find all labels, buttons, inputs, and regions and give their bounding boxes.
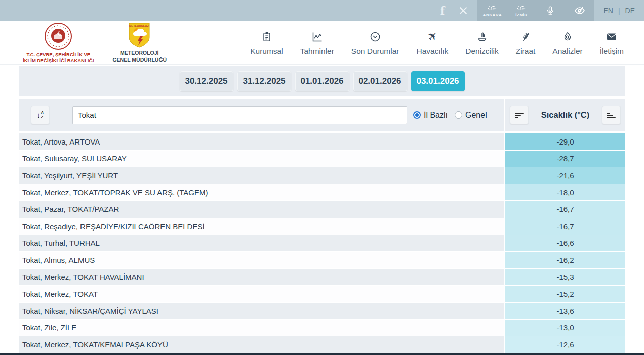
ministry-emblem-icon [44, 22, 72, 50]
mgm-shield-icon: METEOROLOJİ [128, 22, 151, 48]
table-row[interactable]: Tokat, Zile, ZİLE -13,0 [19, 320, 625, 336]
sailboat-icon [476, 30, 488, 43]
station-cell: Tokat, Almus, ALMUS [19, 252, 504, 268]
radio-selected-icon [413, 111, 421, 119]
izmir-weather-button[interactable]: İZMİR [507, 0, 536, 21]
sun-wind-icon [516, 4, 527, 12]
nav-item-kurumsal[interactable]: Kurumsal [250, 30, 283, 56]
nav-item-analizler[interactable]: Analizler [552, 30, 582, 56]
temperature-cell: -21,6 [505, 167, 625, 184]
station-cell: Tokat, Merkez, TOKAT/KEMALPAŞA KÖYÜ [19, 336, 504, 353]
logos: T.C. ÇEVRE, ŞEHİRCİLİK VE İKLİM DEĞİŞİKL… [0, 22, 167, 64]
sort-descending-icon [515, 113, 524, 118]
ministry-logo[interactable]: T.C. ÇEVRE, ŞEHİRCİLİK VE İKLİM DEĞİŞİKL… [23, 22, 94, 64]
mgm-name: METEOROLOJİ GENEL MÜDÜRLÜĞÜ [112, 50, 167, 63]
station-cell: Tokat, Pazar, TOKAT/PAZAR [19, 201, 504, 218]
station-cell: Tokat, Turhal, TURHAL [19, 235, 504, 252]
table-row[interactable]: Tokat, Turhal, TURHAL -16,6 [19, 235, 625, 252]
temperature-cell: -13,0 [505, 320, 625, 336]
lang-separator: | [618, 7, 620, 15]
table-row[interactable]: Tokat, Niksar, NİKSAR/ÇAMİÇİ YAYLASI -13… [19, 303, 625, 319]
table-row[interactable]: Tokat, Merkez, TOKAT/TOPRAK VE SU ARŞ. (… [19, 184, 625, 201]
sort-ascending-button[interactable] [602, 106, 621, 124]
nav-item-havacilik[interactable]: ✈ Havacılık [416, 30, 448, 56]
envelope-icon [606, 30, 618, 43]
plane-icon: ✈ [428, 30, 437, 43]
table-row[interactable]: Tokat, Yeşilyurt, YEŞİLYURT -21,6 [19, 167, 625, 184]
column-title: Sıcaklık (°C) [541, 110, 590, 120]
nav-item-iletisim[interactable]: İletişim [600, 30, 624, 56]
date-tab[interactable]: 02.01.2026 [353, 71, 407, 91]
nav-label: İletişim [600, 47, 624, 56]
temperature-cell: -18,0 [505, 184, 625, 201]
mgm-logo[interactable]: METEOROLOJİ METEOROLOJİ GENEL MÜDÜRLÜĞÜ [112, 22, 167, 63]
temperature-cell: -13,6 [505, 303, 625, 319]
station-search-input[interactable] [72, 106, 407, 124]
date-tab[interactable]: 31.12.2025 [237, 71, 291, 91]
table-row[interactable]: Tokat, Merkez, TOKAT -15,2 [19, 286, 625, 302]
nav-label: Kurumsal [250, 47, 283, 56]
station-cell: Tokat, Sulusaray, SULUSARAY [19, 151, 504, 167]
wheat-icon [520, 30, 531, 43]
radio-label: İl Bazlı [424, 111, 448, 120]
circle-chevron-icon [369, 30, 381, 43]
nav-label: Tahminler [300, 47, 334, 56]
nav-item-tahminler[interactable]: Tahminler [300, 30, 334, 56]
sort-alpha-icon: ↓AZ [37, 111, 44, 119]
table-row[interactable]: Tokat, Artova, ARTOVA -29,0 [19, 133, 625, 150]
date-tab-active[interactable]: 03.01.2026 [411, 71, 465, 91]
table-row[interactable]: Tokat, Merkez, TOKAT HAVALİMANI -15,3 [19, 269, 625, 286]
table-row[interactable]: Tokat, Reşadiye, REŞADİYE/KIZILCAÖREN BE… [19, 218, 625, 235]
clipboard-icon [261, 30, 272, 43]
temperature-column-header: Sıcaklık (°C) [505, 99, 625, 131]
topbar: f ANKARA İZMİR [0, 0, 644, 21]
sort-ascending-icon [607, 113, 616, 118]
temperature-cell: -16,7 [505, 218, 625, 235]
header: T.C. ÇEVRE, ŞEHİRCİLİK VE İKLİM DEĞİŞİKL… [0, 21, 644, 65]
radio-unselected-icon [455, 111, 462, 119]
nav-item-son-durumlar[interactable]: Son Durumlar [351, 30, 399, 56]
station-cell: Tokat, Reşadiye, REŞADİYE/KIZILCAÖREN BE… [19, 218, 504, 235]
social-links: f [428, 0, 477, 21]
nav-label: Son Durumlar [351, 47, 399, 56]
sort-descending-button[interactable] [510, 106, 529, 124]
station-cell: Tokat, Yeşilyurt, YEŞİLYURT [19, 167, 504, 184]
accessibility-eye-icon[interactable] [565, 0, 594, 21]
temperature-cell: -16,7 [505, 201, 625, 218]
lang-en[interactable]: EN [603, 7, 613, 15]
nav-label: Ziraat [516, 47, 536, 56]
chart-icon [311, 30, 323, 43]
filter-radios: İl Bazlı Genel [413, 111, 487, 120]
droplet-magnifier-icon [562, 30, 573, 43]
ankara-weather-button[interactable]: ANKARA [477, 0, 507, 21]
nav-label: Analizler [552, 47, 582, 56]
nav-label: Denizcilik [465, 47, 498, 56]
station-cell: Tokat, Merkez, TOKAT [19, 286, 504, 302]
radio-il-bazli[interactable]: İl Bazlı [413, 111, 448, 120]
language-switcher: EN | DE [594, 0, 644, 21]
lang-de[interactable]: DE [625, 7, 635, 15]
station-cell: Tokat, Zile, ZİLE [19, 320, 504, 336]
station-table: Tokat, Artova, ARTOVA -29,0 Tokat, Sulus… [19, 133, 625, 353]
facebook-icon[interactable]: f [435, 4, 449, 18]
station-cell: Tokat, Merkez, TOKAT/TOPRAK VE SU ARŞ. (… [19, 184, 504, 201]
table-row[interactable]: Tokat, Pazar, TOKAT/PAZAR -16,7 [19, 201, 625, 218]
station-cell: Tokat, Niksar, NİKSAR/ÇAMİÇİ YAYLASI [19, 303, 504, 319]
sort-alpha-button[interactable]: ↓AZ [31, 106, 50, 124]
main-nav: Kurumsal Tahminler Son Durumlar ✈ Havacı… [250, 30, 644, 56]
table-row[interactable]: Tokat, Almus, ALMUS -16,2 [19, 252, 625, 268]
nav-item-ziraat[interactable]: Ziraat [516, 30, 536, 56]
date-tab[interactable]: 30.12.2025 [180, 71, 233, 91]
nav-item-denizcilik[interactable]: Denizcilik [465, 30, 498, 56]
svg-text:METEOROLOJİ: METEOROLOJİ [129, 24, 150, 27]
table-row[interactable]: Tokat, Sulusaray, SULUSARAY -28,7 [19, 151, 625, 167]
ministry-name: T.C. ÇEVRE, ŞEHİRCİLİK VE İKLİM DEĞİŞİKL… [23, 52, 94, 64]
temperature-cell: -12,6 [505, 336, 625, 353]
x-twitter-icon[interactable] [456, 4, 470, 18]
table-row[interactable]: Tokat, Merkez, TOKAT/KEMALPAŞA KÖYÜ -12,… [19, 336, 625, 353]
radio-genel[interactable]: Genel [455, 111, 487, 120]
temperature-cell: -28,7 [505, 151, 625, 167]
date-tab[interactable]: 01.01.2026 [295, 71, 349, 91]
content: 30.12.2025 31.12.2025 01.01.2026 02.01.2… [19, 66, 625, 353]
microphone-icon[interactable] [536, 0, 565, 21]
